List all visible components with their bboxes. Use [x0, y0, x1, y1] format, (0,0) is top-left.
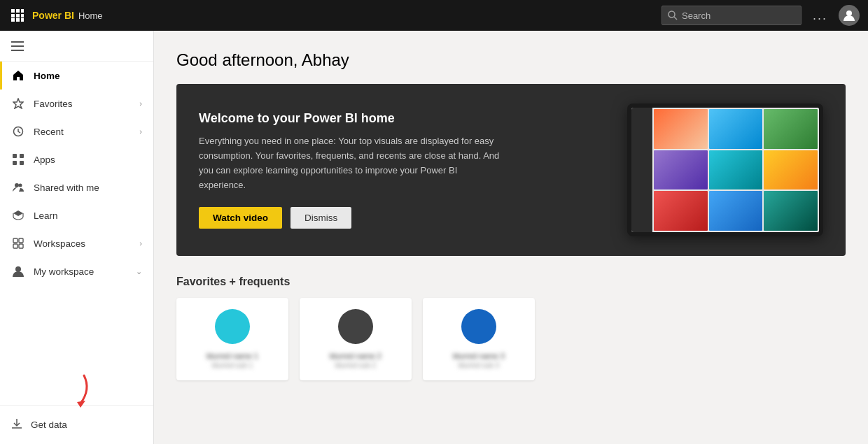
svg-rect-4: [16, 14, 20, 17]
page-greeting: Good afternoon, Abhay: [176, 50, 846, 70]
sidebar-item-favorites[interactable]: Favorites ›: [0, 89, 153, 117]
fav-text-2: blurred name 2 blurred sub 2: [330, 351, 382, 369]
svg-point-9: [668, 11, 675, 17]
powerbi-logo: Power BI: [32, 10, 74, 21]
fav-card-2[interactable]: blurred name 2 blurred sub 2: [300, 298, 412, 380]
sidebar-item-learn[interactable]: Learn: [0, 201, 153, 229]
svg-point-11: [846, 10, 852, 16]
watch-video-button[interactable]: Watch video: [199, 207, 282, 229]
learn-icon: [11, 208, 25, 222]
tile-8: [709, 191, 763, 231]
svg-rect-1: [16, 9, 20, 13]
svg-rect-13: [11, 45, 24, 47]
tile-1: [654, 109, 708, 149]
dismiss-button[interactable]: Dismiss: [290, 207, 351, 229]
sidebar-label-shared: Shared with me: [34, 182, 99, 193]
fav-card-1[interactable]: blurred name 1 blurred sub 1: [176, 298, 288, 380]
svg-rect-3: [11, 14, 15, 17]
sidebar-label-learn: Learn: [34, 210, 58, 221]
svg-rect-26: [19, 244, 23, 248]
shared-icon: [11, 180, 25, 194]
svg-rect-6: [11, 18, 15, 22]
svg-rect-8: [21, 18, 24, 22]
sidebar-label-apps: Apps: [34, 155, 55, 165]
get-data-label: Get data: [31, 420, 67, 430]
svg-rect-0: [11, 9, 15, 13]
get-data-icon: [11, 418, 22, 431]
svg-line-10: [674, 17, 677, 20]
tile-5: [709, 150, 763, 190]
tile-4: [654, 150, 708, 190]
svg-rect-2: [21, 9, 24, 13]
tile-3: [764, 109, 818, 149]
sidebar-item-myworkspace[interactable]: My workspace ⌄: [0, 257, 153, 285]
red-arrow-indicator: [42, 368, 98, 410]
my-workspace-icon: [11, 264, 25, 278]
tile-2: [709, 109, 763, 149]
topnav: Power BI Home Search ...: [0, 0, 868, 31]
main-layout: Home Favorites › Recent ›: [0, 31, 868, 444]
svg-rect-25: [13, 244, 18, 248]
tile-7: [654, 191, 708, 231]
chevron-down-icon: ⌄: [136, 267, 142, 276]
favorites-section-title: Favorites + frequents: [176, 275, 846, 288]
sidebar-item-home[interactable]: Home: [0, 62, 153, 89]
fav-text-3: blurred name 3 blurred sub 3: [453, 351, 505, 369]
workspaces-icon: [11, 236, 25, 250]
clock-icon: [11, 124, 25, 138]
sidebar-label-workspaces: Workspaces: [34, 238, 85, 249]
content-area: Good afternoon, Abhay Welcome to your Po…: [154, 31, 868, 444]
sidebar-label-myworkspace: My workspace: [34, 266, 94, 277]
banner-title: Welcome to your Power BI home: [199, 111, 610, 126]
sidebar-toggle[interactable]: [0, 31, 153, 62]
user-avatar[interactable]: [839, 5, 860, 26]
get-data-button[interactable]: Get data: [0, 411, 153, 438]
topnav-page-label: Home: [78, 10, 103, 21]
home-icon: [11, 69, 25, 83]
fav-icon-1: [215, 309, 250, 344]
fav-sub-3: blurred sub 3: [453, 361, 505, 369]
sidebar-item-apps[interactable]: Apps: [0, 145, 153, 173]
fav-name-1: blurred name 1: [206, 351, 258, 361]
chevron-right-icon: ›: [139, 99, 142, 108]
fav-sub-2: blurred sub 2: [330, 361, 382, 369]
tile-9: [764, 191, 818, 231]
sidebar-label-favorites: Favorites: [34, 99, 73, 109]
more-options-icon[interactable]: ...: [807, 6, 833, 26]
banner-description: Everything you need in one place: Your t…: [199, 134, 507, 192]
waffle-menu-icon[interactable]: [8, 6, 27, 24]
svg-point-21: [15, 183, 19, 187]
brand: Power BI Home: [32, 10, 103, 21]
svg-marker-28: [77, 401, 85, 408]
fav-icon-3: [461, 309, 496, 344]
banner-buttons: Watch video Dismiss: [199, 207, 610, 229]
search-icon: [668, 10, 678, 20]
sidebar-bottom: Get data: [0, 405, 153, 444]
tile-6: [764, 150, 818, 190]
svg-point-22: [19, 184, 22, 187]
fav-text-1: blurred name 1 blurred sub 1: [206, 351, 258, 369]
favorites-grid: blurred name 1 blurred sub 1 blurred nam…: [176, 298, 846, 380]
sidebar-label-recent: Recent: [34, 127, 64, 137]
sidebar: Home Favorites › Recent ›: [0, 31, 154, 444]
banner-dashboard-image: [627, 103, 823, 236]
fav-card-3[interactable]: blurred name 3 blurred sub 3: [423, 298, 535, 380]
svg-marker-15: [13, 99, 23, 108]
chevron-right-icon: ›: [139, 127, 142, 136]
sidebar-item-workspaces[interactable]: Workspaces ›: [0, 229, 153, 257]
sidebar-item-recent[interactable]: Recent ›: [0, 117, 153, 145]
banner-text: Welcome to your Power BI home Everything…: [199, 111, 610, 228]
sidebar-item-shared[interactable]: Shared with me: [0, 173, 153, 201]
star-icon: [11, 96, 25, 110]
apps-grid-icon: [11, 152, 25, 166]
svg-rect-23: [13, 238, 18, 243]
svg-point-27: [15, 266, 21, 272]
svg-rect-12: [11, 41, 24, 43]
svg-rect-5: [21, 14, 24, 17]
fav-name-2: blurred name 2: [330, 351, 382, 361]
svg-rect-24: [19, 238, 23, 243]
svg-rect-20: [20, 161, 24, 165]
chevron-right-icon: ›: [139, 239, 142, 248]
search-bar[interactable]: Search: [662, 6, 802, 25]
search-label: Search: [682, 10, 710, 21]
